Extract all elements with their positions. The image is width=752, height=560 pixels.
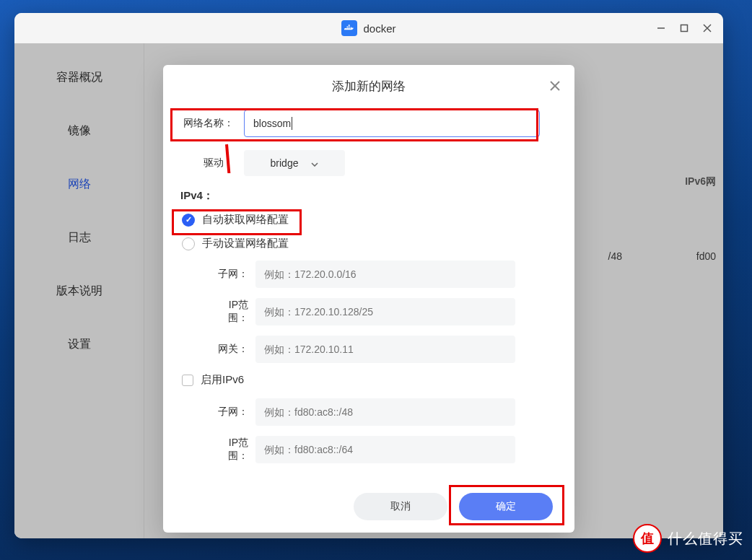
svg-rect-7 bbox=[681, 25, 688, 32]
subnet6-label: 子网： bbox=[209, 406, 255, 419]
add-network-modal: 添加新的网络 网络名称： blossom 驱动： bridge bbox=[163, 65, 574, 533]
svg-rect-5 bbox=[349, 25, 350, 26]
maximize-button[interactable] bbox=[674, 18, 694, 38]
confirm-button[interactable]: 确定 bbox=[459, 493, 553, 520]
radio-manual-label: 手动设置网络配置 bbox=[202, 237, 289, 250]
enable-ipv6-checkbox[interactable]: 启用IPv6 bbox=[180, 373, 557, 387]
network-name-input[interactable]: blossom bbox=[244, 110, 540, 137]
chevron-down-icon bbox=[311, 157, 318, 169]
watermark: 值 什么值得买 bbox=[633, 524, 743, 553]
watermark-badge-icon: 值 bbox=[633, 524, 662, 553]
radio-auto-label: 自动获取网络配置 bbox=[202, 213, 289, 227]
docker-logo-icon bbox=[341, 20, 357, 36]
checkbox-unchecked-icon bbox=[182, 375, 193, 386]
subnet-input[interactable] bbox=[255, 261, 515, 288]
svg-rect-4 bbox=[349, 26, 350, 27]
minimize-button[interactable] bbox=[651, 18, 671, 38]
driver-value: bridge bbox=[271, 157, 299, 169]
titlebar: docker bbox=[14, 13, 723, 43]
modal-title: 添加新的网络 bbox=[332, 78, 406, 95]
app-title: docker bbox=[363, 22, 395, 35]
modal-close-button[interactable] bbox=[547, 78, 563, 94]
iprange6-input[interactable] bbox=[255, 436, 515, 463]
close-button[interactable] bbox=[697, 18, 717, 38]
driver-select[interactable]: bridge bbox=[244, 150, 345, 176]
subnet6-input[interactable] bbox=[255, 398, 515, 426]
network-name-value: blossom bbox=[253, 118, 291, 129]
network-name-label: 网络名称： bbox=[180, 117, 244, 130]
radio-checked-icon bbox=[182, 214, 195, 227]
ipv4-section-label: IPv4： bbox=[180, 189, 557, 203]
cancel-button[interactable]: 取消 bbox=[354, 493, 447, 520]
modal-overlay: 添加新的网络 网络名称： blossom 驱动： bridge bbox=[14, 43, 723, 538]
svg-rect-3 bbox=[347, 26, 349, 27]
iprange-label: IP范围： bbox=[209, 299, 255, 325]
app-window: docker 容器概况 镜像 网络 日志 版本说明 设置 IPv6网 /48 f… bbox=[14, 13, 723, 538]
radio-manual-config[interactable]: 手动设置网络配置 bbox=[180, 237, 557, 250]
subnet-label: 子网： bbox=[209, 268, 255, 281]
gateway-label: 网关： bbox=[209, 343, 255, 356]
gateway-input[interactable] bbox=[255, 336, 515, 363]
iprange6-label: IP范围： bbox=[209, 437, 255, 463]
driver-label: 驱动： bbox=[180, 157, 244, 170]
radio-auto-config[interactable]: 自动获取网络配置 bbox=[180, 213, 557, 227]
watermark-text: 什么值得买 bbox=[668, 529, 743, 548]
radio-unchecked-icon bbox=[182, 237, 195, 250]
enable-ipv6-label: 启用IPv6 bbox=[201, 373, 244, 387]
iprange-input[interactable] bbox=[255, 298, 515, 325]
